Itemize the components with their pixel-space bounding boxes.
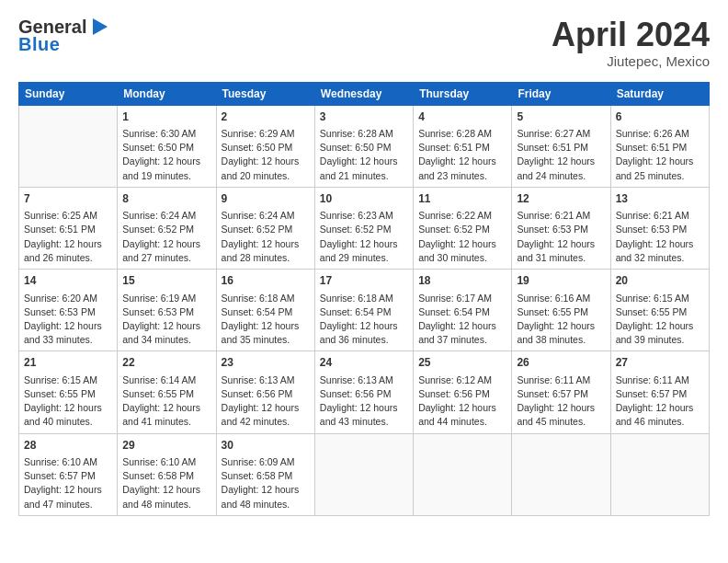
sunrise-text: Sunrise: 6:21 AM bbox=[517, 210, 590, 221]
table-row: 10Sunrise: 6:23 AMSunset: 6:52 PMDayligh… bbox=[314, 187, 413, 269]
table-row: 15Sunrise: 6:19 AMSunset: 6:53 PMDayligh… bbox=[118, 270, 216, 351]
day-number: 19 bbox=[517, 273, 605, 289]
svg-marker-0 bbox=[93, 18, 108, 35]
day-number: 25 bbox=[418, 355, 506, 371]
col-monday: Monday bbox=[118, 82, 216, 105]
daylight-text: Daylight: 12 hours and 43 minutes. bbox=[320, 402, 398, 427]
day-number: 5 bbox=[517, 109, 605, 125]
day-number: 3 bbox=[320, 109, 408, 125]
daylight-text: Daylight: 12 hours and 47 minutes. bbox=[24, 484, 102, 509]
sunrise-text: Sunrise: 6:22 AM bbox=[418, 210, 492, 221]
table-row: 12Sunrise: 6:21 AMSunset: 6:53 PMDayligh… bbox=[512, 187, 610, 269]
sunset-text: Sunset: 6:55 PM bbox=[616, 306, 688, 317]
day-number: 1 bbox=[122, 109, 210, 125]
day-number: 18 bbox=[418, 273, 506, 289]
daylight-text: Daylight: 12 hours and 42 minutes. bbox=[222, 402, 300, 427]
sunset-text: Sunset: 6:50 PM bbox=[222, 142, 293, 153]
table-row: 27Sunrise: 6:11 AMSunset: 6:57 PMDayligh… bbox=[610, 351, 709, 433]
day-number: 17 bbox=[320, 273, 408, 289]
table-row: 16Sunrise: 6:18 AMSunset: 6:54 PMDayligh… bbox=[216, 270, 314, 351]
daylight-text: Daylight: 12 hours and 23 minutes. bbox=[418, 155, 496, 180]
logo-blue-text: Blue bbox=[18, 34, 60, 55]
day-number: 11 bbox=[418, 191, 506, 207]
sunset-text: Sunset: 6:51 PM bbox=[517, 142, 588, 153]
sunrise-text: Sunrise: 6:25 AM bbox=[24, 210, 97, 221]
daylight-text: Daylight: 12 hours and 21 minutes. bbox=[320, 155, 398, 180]
table-row: 22Sunrise: 6:14 AMSunset: 6:55 PMDayligh… bbox=[118, 351, 216, 433]
calendar-header: Sunday Monday Tuesday Wednesday Thursday… bbox=[19, 82, 710, 105]
day-number: 16 bbox=[222, 273, 310, 289]
table-row: 11Sunrise: 6:22 AMSunset: 6:52 PMDayligh… bbox=[414, 187, 512, 269]
table-row: 9Sunrise: 6:24 AMSunset: 6:52 PMDaylight… bbox=[216, 187, 314, 269]
sunset-text: Sunset: 6:54 PM bbox=[320, 306, 392, 317]
table-row: 14Sunrise: 6:20 AMSunset: 6:53 PMDayligh… bbox=[19, 270, 118, 351]
table-row: 25Sunrise: 6:12 AMSunset: 6:56 PMDayligh… bbox=[414, 351, 512, 433]
table-row: 29Sunrise: 6:10 AMSunset: 6:58 PMDayligh… bbox=[118, 433, 216, 515]
daylight-text: Daylight: 12 hours and 37 minutes. bbox=[418, 320, 496, 345]
sunrise-text: Sunrise: 6:16 AM bbox=[517, 293, 590, 304]
daylight-text: Daylight: 12 hours and 27 minutes. bbox=[122, 238, 200, 263]
sunrise-text: Sunrise: 6:28 AM bbox=[320, 128, 393, 139]
sunset-text: Sunset: 6:56 PM bbox=[418, 388, 490, 399]
table-row: 18Sunrise: 6:17 AMSunset: 6:54 PMDayligh… bbox=[414, 270, 512, 351]
sunrise-text: Sunrise: 6:21 AM bbox=[616, 210, 689, 221]
sunset-text: Sunset: 6:50 PM bbox=[122, 142, 194, 153]
sunset-text: Sunset: 6:51 PM bbox=[418, 142, 490, 153]
sunrise-text: Sunrise: 6:12 AM bbox=[418, 374, 492, 385]
daylight-text: Daylight: 12 hours and 32 minutes. bbox=[616, 238, 694, 263]
sunrise-text: Sunrise: 6:18 AM bbox=[320, 293, 393, 304]
daylight-text: Daylight: 12 hours and 28 minutes. bbox=[222, 238, 300, 263]
day-number: 29 bbox=[122, 438, 210, 454]
daylight-text: Daylight: 12 hours and 39 minutes. bbox=[616, 320, 694, 345]
daylight-text: Daylight: 12 hours and 35 minutes. bbox=[222, 320, 300, 345]
table-row: 1Sunrise: 6:30 AMSunset: 6:50 PMDaylight… bbox=[118, 105, 216, 187]
sunset-text: Sunset: 6:58 PM bbox=[222, 470, 293, 481]
day-number: 14 bbox=[24, 273, 112, 289]
sunrise-text: Sunrise: 6:15 AM bbox=[616, 293, 689, 304]
day-number: 30 bbox=[222, 438, 310, 454]
table-row bbox=[610, 433, 709, 515]
sunrise-text: Sunrise: 6:10 AM bbox=[122, 456, 196, 467]
sunrise-text: Sunrise: 6:14 AM bbox=[122, 374, 196, 385]
day-number: 28 bbox=[24, 438, 112, 454]
table-row: 30Sunrise: 6:09 AMSunset: 6:58 PMDayligh… bbox=[216, 433, 314, 515]
sunrise-text: Sunrise: 6:19 AM bbox=[122, 293, 196, 304]
sunrise-text: Sunrise: 6:13 AM bbox=[222, 374, 295, 385]
table-row: 2Sunrise: 6:29 AMSunset: 6:50 PMDaylight… bbox=[216, 105, 314, 187]
table-row bbox=[512, 433, 610, 515]
sunrise-text: Sunrise: 6:11 AM bbox=[616, 374, 689, 385]
table-row: 13Sunrise: 6:21 AMSunset: 6:53 PMDayligh… bbox=[610, 187, 709, 269]
sunset-text: Sunset: 6:52 PM bbox=[122, 224, 194, 235]
sunset-text: Sunset: 6:50 PM bbox=[320, 142, 392, 153]
table-row: 17Sunrise: 6:18 AMSunset: 6:54 PMDayligh… bbox=[314, 270, 413, 351]
day-number: 12 bbox=[517, 191, 605, 207]
sunset-text: Sunset: 6:54 PM bbox=[418, 306, 490, 317]
daylight-text: Daylight: 12 hours and 45 minutes. bbox=[517, 402, 595, 427]
sunset-text: Sunset: 6:55 PM bbox=[122, 388, 194, 399]
col-tuesday: Tuesday bbox=[216, 82, 314, 105]
sunset-text: Sunset: 6:51 PM bbox=[616, 142, 688, 153]
sunrise-text: Sunrise: 6:11 AM bbox=[517, 374, 590, 385]
col-saturday: Saturday bbox=[610, 82, 709, 105]
col-sunday: Sunday bbox=[19, 82, 118, 105]
sunrise-text: Sunrise: 6:09 AM bbox=[222, 456, 295, 467]
daylight-text: Daylight: 12 hours and 40 minutes. bbox=[24, 402, 102, 427]
table-row: 19Sunrise: 6:16 AMSunset: 6:55 PMDayligh… bbox=[512, 270, 610, 351]
day-number: 9 bbox=[222, 191, 310, 207]
daylight-text: Daylight: 12 hours and 36 minutes. bbox=[320, 320, 398, 345]
sunrise-text: Sunrise: 6:18 AM bbox=[222, 293, 295, 304]
col-wednesday: Wednesday bbox=[314, 82, 413, 105]
sunrise-text: Sunrise: 6:13 AM bbox=[320, 374, 393, 385]
col-thursday: Thursday bbox=[414, 82, 512, 105]
sunset-text: Sunset: 6:52 PM bbox=[320, 224, 392, 235]
day-number: 7 bbox=[24, 191, 112, 207]
daylight-text: Daylight: 12 hours and 24 minutes. bbox=[517, 155, 595, 180]
col-friday: Friday bbox=[512, 82, 610, 105]
table-row: 3Sunrise: 6:28 AMSunset: 6:50 PMDaylight… bbox=[314, 105, 413, 187]
day-number: 10 bbox=[320, 191, 408, 207]
table-row: 5Sunrise: 6:27 AMSunset: 6:51 PMDaylight… bbox=[512, 105, 610, 187]
month-title: April 2024 bbox=[552, 17, 710, 53]
calendar-body: 1Sunrise: 6:30 AMSunset: 6:50 PMDaylight… bbox=[19, 105, 710, 515]
sunset-text: Sunset: 6:57 PM bbox=[24, 470, 96, 481]
sunrise-text: Sunrise: 6:28 AM bbox=[418, 128, 492, 139]
